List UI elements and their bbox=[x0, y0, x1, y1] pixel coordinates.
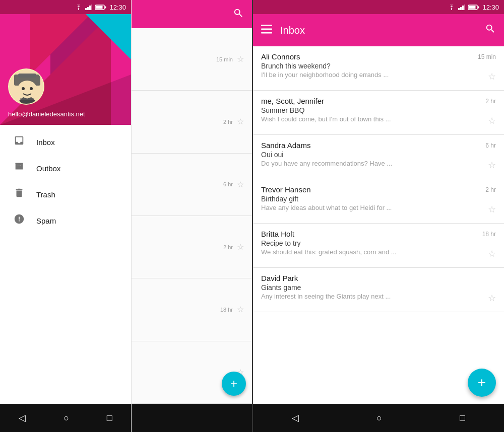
preview-time-1: 2 hr bbox=[223, 119, 233, 125]
preview-star-3[interactable]: ☆ bbox=[237, 242, 244, 252]
email-time-4: 18 hr bbox=[482, 231, 496, 238]
recent-button-right[interactable]: □ bbox=[450, 409, 475, 427]
svg-point-15 bbox=[36, 89, 40, 93]
email-sender-1: me, Scott, Jennifer bbox=[261, 97, 324, 105]
email-preview-3: Have any ideas about what to get Heidi f… bbox=[261, 204, 496, 211]
geo-decoration-3 bbox=[86, 14, 131, 59]
right-panel: 12:30 Inbox Ali Connors 15 min Brunch th… bbox=[253, 0, 504, 432]
email-subject-4: Recipe to try bbox=[261, 239, 496, 247]
email-row1-3: Trevor Hansen 2 hr bbox=[261, 185, 496, 194]
svg-rect-2 bbox=[87, 7, 89, 10]
email-item-5[interactable]: David Park Giants game Any interest in s… bbox=[253, 268, 504, 312]
fab-compose-left[interactable]: + bbox=[222, 372, 246, 396]
svg-rect-10 bbox=[18, 74, 36, 78]
email-row1-4: Britta Holt 18 hr bbox=[261, 230, 496, 238]
preview-star-1[interactable]: ☆ bbox=[237, 117, 244, 126]
email-star-4[interactable]: ☆ bbox=[488, 248, 496, 259]
wifi-icon-right bbox=[448, 5, 455, 10]
preview-slot-4[interactable]: 18 hr ☆ bbox=[132, 278, 252, 341]
sidebar-item-spam[interactable]: Spam bbox=[0, 207, 131, 234]
preview-star-4[interactable]: ☆ bbox=[237, 305, 244, 314]
email-subject-2: Oui oui bbox=[261, 151, 496, 159]
right-app-header: Inbox bbox=[253, 14, 504, 46]
svg-point-18 bbox=[451, 9, 452, 10]
spam-icon bbox=[12, 213, 26, 228]
email-subject-1: Summer BBQ bbox=[261, 106, 496, 114]
svg-point-0 bbox=[78, 9, 79, 10]
email-preview-2: Do you have any recommendations? Have ..… bbox=[261, 160, 496, 167]
email-item-0[interactable]: Ali Connors 15 min Brunch this weekend? … bbox=[253, 46, 504, 91]
svg-rect-19 bbox=[458, 8, 460, 10]
email-list: Ali Connors 15 min Brunch this weekend? … bbox=[253, 46, 504, 404]
search-icon-left[interactable] bbox=[233, 8, 244, 21]
preview-slot-1[interactable]: 2 hr ☆ bbox=[132, 91, 252, 153]
svg-rect-26 bbox=[261, 25, 272, 26]
preview-star-0[interactable]: ☆ bbox=[237, 54, 244, 64]
email-subject-3: Birthday gift bbox=[261, 195, 496, 203]
preview-slot-3[interactable]: 2 hr ☆ bbox=[132, 216, 252, 278]
preview-items: 15 min ☆ 2 hr ☆ 6 hr ☆ 2 hr ☆ 18 hr bbox=[132, 28, 252, 404]
spam-label: Spam bbox=[36, 217, 56, 225]
email-sender-4: Britta Holt bbox=[261, 230, 294, 238]
sidebar-item-trash[interactable]: Trash bbox=[0, 181, 131, 207]
email-sender-2: Sandra Adams bbox=[261, 141, 310, 150]
preview-star-2[interactable]: ☆ bbox=[237, 180, 244, 189]
fab-compose-right[interactable]: + bbox=[468, 369, 496, 397]
search-button-right[interactable] bbox=[485, 23, 496, 37]
outbox-label: Outbox bbox=[36, 164, 60, 173]
email-subject-5: Giants game bbox=[261, 283, 496, 292]
email-item-3[interactable]: Trevor Hansen 2 hr Birthday gift Have an… bbox=[253, 179, 504, 224]
home-button-left[interactable]: ○ bbox=[53, 409, 79, 427]
preview-time-4: 18 hr bbox=[220, 307, 233, 313]
outbox-icon bbox=[12, 161, 26, 175]
left-status-bar: 12:30 bbox=[0, 0, 131, 14]
svg-rect-1 bbox=[85, 8, 87, 10]
wifi-icon bbox=[75, 5, 82, 10]
inbox-icon bbox=[12, 135, 26, 149]
sidebar-item-inbox[interactable]: Inbox bbox=[0, 129, 131, 155]
geo-decoration-2 bbox=[30, 14, 91, 75]
email-time-1: 2 hr bbox=[485, 98, 496, 105]
svg-point-12 bbox=[22, 87, 25, 90]
email-item-1[interactable]: me, Scott, Jennifer 2 hr Summer BBQ Wish… bbox=[253, 91, 504, 135]
svg-point-11 bbox=[17, 81, 37, 101]
email-star-1[interactable]: ☆ bbox=[488, 115, 496, 126]
email-sender-5: David Park bbox=[261, 274, 298, 282]
signal-icon bbox=[85, 5, 92, 10]
home-button-right[interactable]: ○ bbox=[366, 409, 392, 427]
back-button-left[interactable]: ◁ bbox=[9, 408, 36, 427]
back-button-right[interactable]: ◁ bbox=[282, 408, 309, 427]
preview-time-3: 2 hr bbox=[223, 244, 233, 250]
preview-slot-2[interactable]: 6 hr ☆ bbox=[132, 154, 252, 216]
preview-time-0: 15 min bbox=[216, 56, 233, 62]
svg-rect-7 bbox=[105, 6, 106, 8]
preview-slot-0[interactable]: 15 min ☆ bbox=[132, 28, 252, 91]
inbox-label: Inbox bbox=[36, 138, 55, 147]
email-item-2[interactable]: Sandra Adams 6 hr Oui oui Do you have an… bbox=[253, 135, 504, 179]
left-time: 12:30 bbox=[109, 4, 126, 11]
email-preview-4: We should eat this: grated squash, corn … bbox=[261, 248, 496, 256]
email-time-2: 6 hr bbox=[485, 142, 496, 149]
email-row1-0: Ali Connors 15 min bbox=[261, 52, 496, 61]
svg-rect-22 bbox=[464, 5, 465, 10]
left-preview-header bbox=[132, 0, 252, 28]
email-sender-0: Ali Connors bbox=[261, 52, 300, 61]
email-time-0: 15 min bbox=[478, 53, 496, 60]
user-email: hello@danieledesantis.net bbox=[8, 110, 85, 118]
email-star-0[interactable]: ☆ bbox=[488, 71, 496, 82]
hamburger-menu-button[interactable] bbox=[261, 25, 272, 36]
svg-point-13 bbox=[30, 87, 33, 90]
left-bottom-nav: ◁ ○ □ bbox=[0, 404, 131, 432]
email-preview-0: I'll be in your neighborhood doing erran… bbox=[261, 71, 496, 79]
trash-icon bbox=[12, 187, 26, 201]
sidebar-item-outbox[interactable]: Outbox bbox=[0, 155, 131, 181]
email-star-2[interactable]: ☆ bbox=[488, 160, 496, 171]
email-star-3[interactable]: ☆ bbox=[488, 204, 496, 215]
recent-button-left[interactable]: □ bbox=[97, 409, 122, 427]
battery-icon-right bbox=[468, 5, 479, 10]
email-item-4[interactable]: Britta Holt 18 hr Recipe to try We shoul… bbox=[253, 224, 504, 268]
right-bottom-nav: ◁ ○ □ bbox=[253, 404, 504, 432]
left-preview-bottom bbox=[132, 404, 252, 432]
email-star-5[interactable]: ☆ bbox=[488, 293, 496, 304]
svg-rect-21 bbox=[462, 6, 464, 10]
